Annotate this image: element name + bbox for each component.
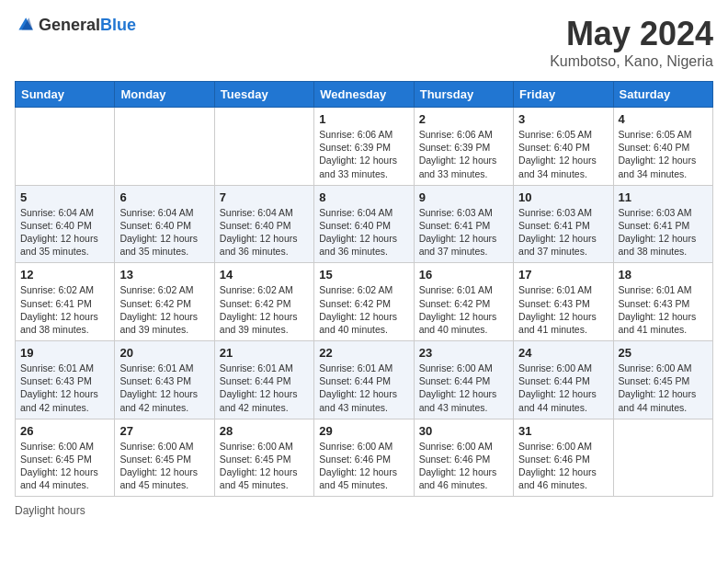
day-info: Sunrise: 6:05 AM Sunset: 6:40 PM Dayligh… <box>518 128 608 180</box>
day-cell: 18Sunrise: 6:01 AM Sunset: 6:43 PM Dayli… <box>613 263 712 341</box>
calendar-table: SundayMondayTuesdayWednesdayThursdayFrid… <box>15 81 713 497</box>
day-cell: 31Sunrise: 6:00 AM Sunset: 6:46 PM Dayli… <box>514 419 613 497</box>
day-number: 7 <box>220 190 309 204</box>
day-info: Sunrise: 6:03 AM Sunset: 6:41 PM Dayligh… <box>619 206 708 259</box>
day-number: 1 <box>319 112 408 126</box>
day-info: Sunrise: 6:06 AM Sunset: 6:39 PM Dayligh… <box>419 128 508 180</box>
day-info: Sunrise: 6:00 AM Sunset: 6:46 PM Dayligh… <box>419 440 508 492</box>
day-number: 3 <box>518 112 608 126</box>
day-cell: 6Sunrise: 6:04 AM Sunset: 6:40 PM Daylig… <box>115 185 214 263</box>
day-number: 23 <box>419 346 508 360</box>
day-cell: 24Sunrise: 6:00 AM Sunset: 6:44 PM Dayli… <box>514 341 613 419</box>
week-row-1: 1Sunrise: 6:06 AM Sunset: 6:39 PM Daylig… <box>16 108 713 186</box>
day-number: 2 <box>419 112 508 126</box>
day-info: Sunrise: 6:02 AM Sunset: 6:42 PM Dayligh… <box>119 283 209 336</box>
day-cell: 12Sunrise: 6:02 AM Sunset: 6:41 PM Dayli… <box>16 263 115 341</box>
day-info: Sunrise: 6:00 AM Sunset: 6:44 PM Dayligh… <box>419 362 508 414</box>
day-info: Sunrise: 6:04 AM Sunset: 6:40 PM Dayligh… <box>20 206 109 259</box>
day-cell: 3Sunrise: 6:05 AM Sunset: 6:40 PM Daylig… <box>514 108 613 186</box>
footer-note: Daylight hours <box>15 504 713 517</box>
day-cell: 23Sunrise: 6:00 AM Sunset: 6:44 PM Dayli… <box>414 341 513 419</box>
header-cell-sunday: Sunday <box>16 82 115 108</box>
day-number: 11 <box>619 190 708 204</box>
day-number: 29 <box>319 424 408 438</box>
day-info: Sunrise: 6:00 AM Sunset: 6:45 PM Dayligh… <box>619 362 708 414</box>
day-number: 9 <box>419 190 508 204</box>
day-cell: 9Sunrise: 6:03 AM Sunset: 6:41 PM Daylig… <box>414 185 513 263</box>
logo-icon <box>15 15 35 35</box>
page-header: GeneralBlue May 2024 Kumbotso, Kano, Nig… <box>15 15 713 70</box>
day-number: 14 <box>220 268 309 282</box>
logo: GeneralBlue <box>15 15 136 35</box>
day-cell: 16Sunrise: 6:01 AM Sunset: 6:42 PM Dayli… <box>414 263 513 341</box>
header-cell-monday: Monday <box>115 82 214 108</box>
day-info: Sunrise: 6:00 AM Sunset: 6:45 PM Dayligh… <box>220 440 309 492</box>
header-cell-friday: Friday <box>514 82 613 108</box>
day-cell: 22Sunrise: 6:01 AM Sunset: 6:44 PM Dayli… <box>314 341 414 419</box>
day-info: Sunrise: 6:01 AM Sunset: 6:44 PM Dayligh… <box>319 362 408 414</box>
day-number: 28 <box>220 424 309 438</box>
day-cell: 10Sunrise: 6:03 AM Sunset: 6:41 PM Dayli… <box>514 185 613 263</box>
day-number: 13 <box>119 268 209 282</box>
day-cell: 21Sunrise: 6:01 AM Sunset: 6:44 PM Dayli… <box>214 341 313 419</box>
page-title: May 2024 <box>550 15 713 53</box>
day-number: 18 <box>619 268 708 282</box>
day-number: 31 <box>518 424 608 438</box>
day-info: Sunrise: 6:06 AM Sunset: 6:39 PM Dayligh… <box>319 128 408 180</box>
day-info: Sunrise: 6:05 AM Sunset: 6:40 PM Dayligh… <box>619 128 708 180</box>
day-number: 6 <box>119 190 209 204</box>
day-info: Sunrise: 6:00 AM Sunset: 6:44 PM Dayligh… <box>518 362 608 414</box>
day-cell: 4Sunrise: 6:05 AM Sunset: 6:40 PM Daylig… <box>613 108 712 186</box>
day-number: 16 <box>419 268 508 282</box>
day-number: 26 <box>20 424 109 438</box>
header-cell-wednesday: Wednesday <box>314 82 414 108</box>
day-cell <box>214 108 313 186</box>
day-cell: 20Sunrise: 6:01 AM Sunset: 6:43 PM Dayli… <box>115 341 214 419</box>
day-cell <box>16 108 115 186</box>
header-cell-thursday: Thursday <box>414 82 513 108</box>
day-number: 4 <box>619 112 708 126</box>
day-info: Sunrise: 6:01 AM Sunset: 6:42 PM Dayligh… <box>419 283 508 336</box>
day-cell: 13Sunrise: 6:02 AM Sunset: 6:42 PM Dayli… <box>115 263 214 341</box>
day-number: 22 <box>319 346 408 360</box>
day-number: 12 <box>20 268 109 282</box>
day-info: Sunrise: 6:03 AM Sunset: 6:41 PM Dayligh… <box>518 206 608 259</box>
day-info: Sunrise: 6:02 AM Sunset: 6:42 PM Dayligh… <box>220 283 309 336</box>
day-number: 15 <box>319 268 408 282</box>
day-cell: 5Sunrise: 6:04 AM Sunset: 6:40 PM Daylig… <box>16 185 115 263</box>
day-info: Sunrise: 6:00 AM Sunset: 6:46 PM Dayligh… <box>319 440 408 492</box>
day-number: 27 <box>119 424 209 438</box>
week-row-5: 26Sunrise: 6:00 AM Sunset: 6:45 PM Dayli… <box>16 419 713 497</box>
day-info: Sunrise: 6:04 AM Sunset: 6:40 PM Dayligh… <box>319 206 408 259</box>
calendar-body: 1Sunrise: 6:06 AM Sunset: 6:39 PM Daylig… <box>16 108 713 497</box>
day-cell <box>613 419 712 497</box>
day-number: 10 <box>518 190 608 204</box>
day-number: 30 <box>419 424 508 438</box>
week-row-4: 19Sunrise: 6:01 AM Sunset: 6:43 PM Dayli… <box>16 341 713 419</box>
day-cell: 15Sunrise: 6:02 AM Sunset: 6:42 PM Dayli… <box>314 263 414 341</box>
day-number: 20 <box>119 346 209 360</box>
day-number: 8 <box>319 190 408 204</box>
day-cell: 27Sunrise: 6:00 AM Sunset: 6:45 PM Dayli… <box>115 419 214 497</box>
day-info: Sunrise: 6:04 AM Sunset: 6:40 PM Dayligh… <box>220 206 309 259</box>
day-cell <box>115 108 214 186</box>
day-cell: 1Sunrise: 6:06 AM Sunset: 6:39 PM Daylig… <box>314 108 414 186</box>
day-number: 25 <box>619 346 708 360</box>
day-cell: 14Sunrise: 6:02 AM Sunset: 6:42 PM Dayli… <box>214 263 313 341</box>
day-cell: 19Sunrise: 6:01 AM Sunset: 6:43 PM Dayli… <box>16 341 115 419</box>
day-cell: 2Sunrise: 6:06 AM Sunset: 6:39 PM Daylig… <box>414 108 513 186</box>
day-cell: 29Sunrise: 6:00 AM Sunset: 6:46 PM Dayli… <box>314 419 414 497</box>
header-cell-saturday: Saturday <box>613 82 712 108</box>
day-cell: 17Sunrise: 6:01 AM Sunset: 6:43 PM Dayli… <box>514 263 613 341</box>
day-info: Sunrise: 6:00 AM Sunset: 6:45 PM Dayligh… <box>20 440 109 492</box>
day-info: Sunrise: 6:01 AM Sunset: 6:43 PM Dayligh… <box>20 362 109 414</box>
day-info: Sunrise: 6:01 AM Sunset: 6:44 PM Dayligh… <box>220 362 309 414</box>
day-cell: 11Sunrise: 6:03 AM Sunset: 6:41 PM Dayli… <box>613 185 712 263</box>
day-info: Sunrise: 6:01 AM Sunset: 6:43 PM Dayligh… <box>119 362 209 414</box>
day-info: Sunrise: 6:04 AM Sunset: 6:40 PM Dayligh… <box>119 206 209 259</box>
day-info: Sunrise: 6:02 AM Sunset: 6:41 PM Dayligh… <box>20 283 109 336</box>
day-cell: 26Sunrise: 6:00 AM Sunset: 6:45 PM Dayli… <box>16 419 115 497</box>
logo-general: General <box>39 16 100 34</box>
day-number: 5 <box>20 190 109 204</box>
day-info: Sunrise: 6:00 AM Sunset: 6:45 PM Dayligh… <box>119 440 209 492</box>
